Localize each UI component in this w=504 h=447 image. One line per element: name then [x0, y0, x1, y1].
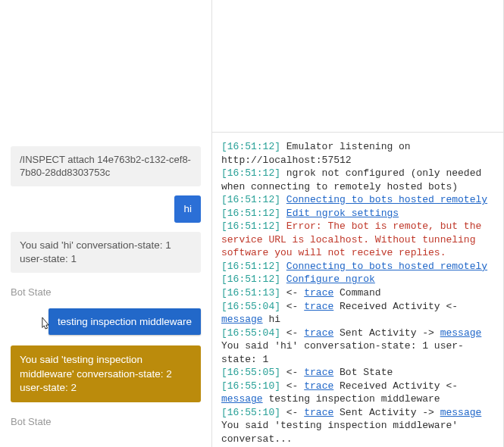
log-line: [16:55:10] <- trace Received Activity <-… [221, 380, 494, 406]
log-link[interactable]: Configure ngrok [286, 274, 375, 285]
log-line: [16:51:12] Edit ngrok settings [221, 207, 494, 220]
user-message-testing[interactable]: testing inspection middleware [49, 308, 201, 335]
log-text: Received Activity <- [333, 301, 464, 312]
chat-pane: /INSPECT attach 14e763b2-c132-cef8-7b80-… [0, 0, 212, 447]
log-link[interactable]: message [440, 407, 482, 418]
chat-spacer [11, 9, 201, 146]
log-text [280, 208, 286, 219]
log-timestamp: [16:51:12] [221, 208, 280, 219]
log-line: [16:55:05] <- trace Bot State [221, 366, 494, 380]
log-timestamp: [16:51:12] [221, 220, 280, 232]
log-line: [16:51:12] ngrok not configured (only ne… [221, 167, 494, 193]
log-timestamp: [16:51:12] [221, 194, 280, 205]
log-text: <- [280, 367, 304, 378]
log-text: Sent Activity -> [333, 327, 440, 339]
log-line: [16:51:12] Connecting to bots hosted rem… [221, 193, 494, 207]
log-timestamp: [16:51:12] [221, 261, 280, 272]
log-line: [16:51:12] Error: The bot is remote, but… [221, 220, 494, 260]
bot-reply-2[interactable]: You said 'testing inspection middleware'… [11, 345, 201, 402]
log-text: <- [280, 301, 304, 312]
log-link[interactable]: trace [304, 327, 333, 339]
log-text [280, 274, 286, 285]
log-line: [16:55:04] <- trace Sent Activity -> mes… [221, 327, 494, 367]
root: /INSPECT attach 14e763b2-c132-cef8-7b80-… [0, 0, 504, 447]
log-text: Bot State [333, 367, 393, 378]
log-line: [16:55:10] <- trace Sent Activity -> mes… [221, 406, 494, 446]
log-text: Received Activity <- [333, 380, 464, 392]
log-line: [16:51:13] <- trace Command [221, 286, 494, 300]
log-link[interactable]: trace [304, 367, 333, 378]
inspect-command-bubble[interactable]: /INSPECT attach 14e763b2-c132-cef8-7b80-… [11, 146, 201, 186]
log-text [280, 194, 286, 205]
log-text: <- [280, 287, 304, 299]
log-text: Sent Activity -> [333, 407, 440, 418]
log-timestamp: [16:51:12] [221, 167, 280, 179]
log-pane[interactable]: [16:51:12] Emulator listening on http://… [212, 133, 503, 447]
log-link[interactable]: trace [304, 301, 333, 312]
user-msg-row-2: testing inspection middleware [11, 308, 201, 345]
log-timestamp: [16:55:04] [221, 301, 280, 312]
log-text: <- [280, 327, 304, 339]
log-link[interactable]: Connecting to bots hosted remotely [286, 261, 487, 272]
bot-state-label-1: Bot State [11, 286, 201, 298]
log-timestamp: [16:55:05] [221, 367, 280, 378]
log-line: [16:55:04] <- trace Received Activity <-… [221, 300, 494, 327]
log-link[interactable]: trace [304, 287, 333, 299]
log-line: [16:51:12] Emulator listening on http://… [221, 140, 494, 167]
log-link[interactable]: trace [304, 380, 333, 392]
log-timestamp: [16:51:12] [221, 274, 280, 285]
log-text: hi [263, 314, 280, 325]
log-link[interactable]: message [221, 314, 263, 325]
log-text: testing inspection middleware [263, 393, 440, 405]
user-message-testing-text: testing inspection middleware [58, 316, 192, 327]
log-text: <- [280, 407, 304, 418]
pointer-cursor-icon [38, 316, 53, 336]
bot-reply-1[interactable]: You said 'hi' conversation-state: 1 user… [11, 232, 201, 273]
log-timestamp: [16:55:10] [221, 407, 280, 418]
log-timestamp: [16:55:10] [221, 380, 280, 392]
log-link[interactable]: message [221, 393, 263, 405]
log-link[interactable]: Edit ngrok settings [286, 208, 399, 219]
log-line: [16:51:12] Connecting to bots hosted rem… [221, 260, 494, 274]
log-text [280, 261, 286, 272]
log-link[interactable]: trace [304, 407, 333, 418]
user-msg-row: hi [11, 195, 201, 232]
right-pane-wrap: [16:51:12] Emulator listening on http://… [212, 0, 504, 447]
log-link[interactable]: Connecting to bots hosted remotely [286, 194, 487, 205]
bot-state-label-2: Bot State [11, 416, 201, 427]
log-timestamp: [16:55:04] [221, 327, 280, 339]
log-timestamp: [16:51:13] [221, 287, 280, 299]
right-top-blank [212, 0, 503, 133]
log-text: Command [333, 287, 380, 299]
user-message-hi[interactable]: hi [174, 195, 201, 223]
log-text: <- [280, 380, 304, 392]
log-timestamp: [16:51:12] [221, 141, 280, 152]
log-line: [16:51:12] Configure ngrok [221, 273, 494, 286]
log-link[interactable]: message [440, 327, 482, 339]
